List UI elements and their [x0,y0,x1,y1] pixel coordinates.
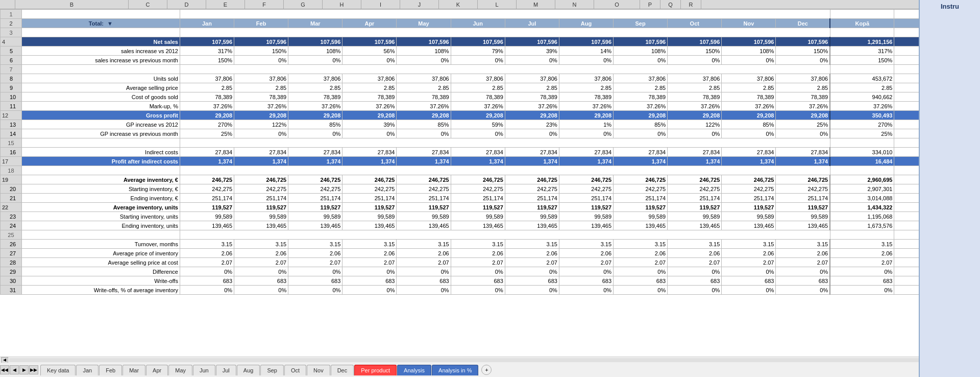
header-dec: Dec [776,19,830,28]
tab-aug[interactable]: Aug [237,365,260,375]
col-header-q: Q [660,0,681,9]
instructions-label: Instru [941,9,959,10]
net-sales-aug: 107,596 [559,37,613,46]
header-jul: Jul [505,19,559,28]
row-number: 29 [1,267,22,276]
row6-label: sales increase vs previous month [21,56,180,65]
dropdown-icon: ▼ [107,20,113,27]
row-number: 12 [1,111,22,120]
net-sales-jul: 107,596 [505,37,559,46]
next-sheet-button[interactable]: ▶ [19,365,29,374]
first-sheet-button[interactable]: ◀◀ [0,365,9,374]
header-mar: Mar [288,19,342,28]
row-number: 20 [1,184,22,194]
table-row: 1 [1,10,980,19]
table-row-gross-profit: 12 Gross profit 29,208 29,208 29,208 29,… [1,111,980,120]
row-number: 4 [1,37,22,46]
header-total: Kopā [830,19,894,28]
tab-apr[interactable]: Apr [146,365,168,375]
header-oct: Oct [668,19,722,28]
cell-o1 [830,10,894,19]
row31-label: Write-offs, % of average inventory [21,286,180,295]
tab-jul[interactable]: Jul [216,365,236,375]
row16-label: Indirect costs [21,148,180,157]
table-row: 27 Average price of inventory 2.06 2.06 … [1,249,980,258]
row-number: 8 [1,74,22,83]
tab-jun[interactable]: Jun [193,365,215,375]
prev-sheet-button[interactable]: ◀ [10,365,19,374]
table-row: 29 Difference 0% 0% 0% 0% 0% 0% 0% 0% 0%… [1,267,980,276]
row26-label: Turnover, months [21,240,180,249]
net-sales-dec: 107,596 [776,37,830,46]
net-sales-nov: 107,596 [722,37,776,46]
row19-label: Average inventory, € [21,175,180,184]
row-number: 16 [1,148,22,157]
net-sales-may: 107,596 [397,37,451,46]
last-sheet-button[interactable]: ▶▶ [29,365,38,374]
table-row: 24 Ending inventory, units 139,465 139,4… [1,221,980,230]
spreadsheet-container: B C D E F G H I J K L M N O P Q R [0,0,980,377]
table-row: 16 Indirect costs 27,834 27,834 27,834 2… [1,148,980,157]
tab-key-data[interactable]: Key data [40,365,76,375]
header-apr: Apr [342,19,397,28]
data-table: 1 2 Total: ▼ Jan Feb [0,9,980,295]
table-row: 11 Mark-up, % 37.26% 37.26% 37.26% 37.26… [1,102,980,111]
row-number: 6 [1,56,22,65]
row-number: 1 [1,10,22,19]
net-sales-label: Net sales [21,37,180,46]
add-sheet-button[interactable]: + [481,365,492,375]
table-row: 5 sales increase vs 2012 317% 150% 108% … [1,46,980,56]
table-row: 23 Starting inventory, units 99,589 99,5… [1,212,980,221]
gross-profit-label: Gross profit [21,111,180,120]
tab-jan[interactable]: Jan [76,365,99,375]
row-number: 5 [1,46,22,56]
row-number: 10 [1,92,22,102]
net-sales-total: 1,291,156 [830,37,894,46]
net-sales-mar: 107,596 [288,37,342,46]
table-row-profit: 17 Profit after indirect costs 1,374 1,3… [1,157,980,166]
col-header-p: P [640,0,660,9]
header-jan: Jan [180,19,234,28]
tab-analysis[interactable]: Analysis [397,365,431,375]
tab-mar[interactable]: Mar [122,365,145,375]
row-number: 24 [1,221,22,230]
header-jun: Jun [451,19,505,28]
col-header-h: H [323,0,361,9]
col-header-f: F [245,0,284,9]
row9-label: Average selling price [21,83,180,92]
row-number: 26 [1,240,22,249]
row13-label: GP increase vs 2012 [21,120,180,129]
tab-dec[interactable]: Dec [331,365,354,375]
scroll-left-button[interactable]: ◀ [1,357,8,363]
row14-label: GP increase vs previous month [21,129,180,138]
tab-sep[interactable]: Sep [260,365,284,375]
table-row: 6 sales increase vs previous month 150% … [1,56,980,65]
row28-label: Average selling price at cost [21,258,180,267]
table-row-header: 2 Total: ▼ Jan Feb Mar Apr May Jun Jul A… [1,19,980,28]
col-header-a [0,0,15,9]
net-sales-feb: 107,596 [234,37,288,46]
col-header-n: N [555,0,594,9]
tab-per-product[interactable]: Per product [354,365,397,375]
row-number: 23 [1,212,22,221]
table-row: 25 [1,230,980,240]
tab-analysis-pct[interactable]: Analysis in % [432,365,478,375]
tab-oct[interactable]: Oct [284,365,306,375]
row-number: 31 [1,286,22,295]
bottom-area: ◀ ▶ ◀◀ ◀ ▶ ▶▶ Key data Jan Feb Mar Apr M… [0,357,980,377]
table-row: 10 Cost of goods sold 78,389 78,389 78,3… [1,92,980,102]
table-row: 18 [1,166,980,175]
horizontal-scrollbar[interactable]: ◀ ▶ [0,357,980,363]
row-number: 2 [1,19,22,28]
row21-label: Ending inventory, € [21,194,180,203]
scroll-track [9,358,971,362]
row27-label: Average price of inventory [21,249,180,258]
tab-feb[interactable]: Feb [99,365,122,375]
row-number: 11 [1,102,22,111]
spreadsheet-body: 1 2 Total: ▼ Jan Feb [0,9,980,357]
tab-may[interactable]: May [168,365,192,375]
row-number: 9 [1,83,22,92]
header-may: May [397,19,451,28]
tab-nov[interactable]: Nov [307,365,330,375]
sheet-nav-arrows: ◀◀ ◀ ▶ ▶▶ [0,365,38,374]
